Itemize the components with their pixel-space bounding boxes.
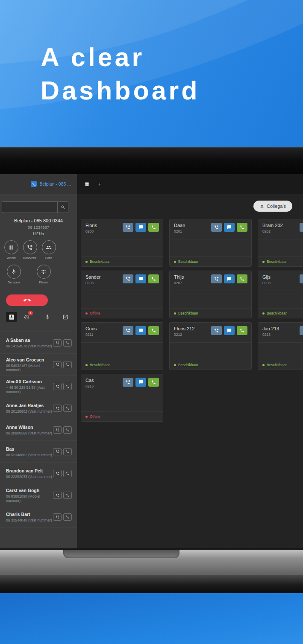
call-button[interactable] xyxy=(148,378,159,387)
contacts-tab[interactable] xyxy=(6,312,17,322)
contact-row[interactable]: Charis Bart 06 33544848 (Vast nummer) xyxy=(0,506,77,528)
plus-icon xyxy=(97,182,102,186)
history-badge: 1 xyxy=(28,311,33,315)
call-contact-button[interactable] xyxy=(63,492,72,499)
colleague-name: Daan xyxy=(174,223,185,228)
colleague-extension: 0207 xyxy=(174,281,184,285)
call-button[interactable] xyxy=(148,326,159,335)
status-row: Beschikbaar xyxy=(170,309,251,318)
contact-name: Charis Bart xyxy=(6,512,52,517)
transfer-button[interactable]: Doorverb. xyxy=(21,240,38,260)
phone-icon xyxy=(66,428,70,432)
chat-button[interactable] xyxy=(135,274,146,283)
contact-row[interactable]: Alco van Groesen 06 54932167 (Mobiel num… xyxy=(0,354,77,376)
contact-actions xyxy=(53,470,72,477)
call-contact-button[interactable] xyxy=(63,339,72,347)
status-row: Beschikbaar xyxy=(170,360,251,370)
chat-button[interactable] xyxy=(135,223,146,232)
call-contact-button[interactable] xyxy=(63,513,72,521)
search-icon xyxy=(61,205,65,210)
pickup-call-button[interactable] xyxy=(211,274,222,283)
chat-button[interactable] xyxy=(224,326,235,335)
pickup-call-button[interactable] xyxy=(211,223,222,232)
contact-row[interactable]: Anne Wilson 06 28908560 (Vast nummer) xyxy=(0,419,77,441)
phone-forward-icon xyxy=(56,450,59,454)
pickup-call-button[interactable] xyxy=(123,274,133,283)
grid-icon xyxy=(85,182,89,186)
call-button[interactable] xyxy=(237,223,247,232)
hold-button[interactable]: Wacht xyxy=(3,240,20,260)
colleague-cards-grid: Floris 0200 xyxy=(81,219,303,422)
pickup-call-button[interactable] xyxy=(300,274,303,283)
conference-button[interactable]: Conf. xyxy=(40,240,57,260)
transfer-call-button[interactable] xyxy=(53,492,62,499)
colleague-card: Floris 0200 xyxy=(81,219,163,267)
add-widget-button[interactable] xyxy=(96,181,103,188)
chat-button[interactable] xyxy=(224,223,235,232)
contact-row[interactable]: Brandon van Pelt 06 22292033 (Vast numme… xyxy=(0,463,77,484)
transfer-call-button[interactable] xyxy=(53,361,62,368)
transfer-call-button[interactable] xyxy=(53,513,62,521)
transfer-call-button[interactable] xyxy=(53,405,62,412)
phone-forward-icon xyxy=(126,277,130,281)
card-actions xyxy=(123,274,159,290)
chat-button[interactable] xyxy=(224,274,235,283)
call-button[interactable] xyxy=(237,326,247,335)
pickup-call-button[interactable] xyxy=(123,326,133,335)
contact-row[interactable]: Carst van Gogh 06 83881090 (Mobiel numme… xyxy=(0,484,77,506)
contact-info: Anne Wilson 06 28908560 (Vast nummer) xyxy=(6,425,52,435)
pickup-call-button[interactable] xyxy=(123,378,133,387)
pickup-call-button[interactable] xyxy=(211,326,222,335)
contact-row[interactable]: Anne-Jan Raatjes 06 20128602 (Vast numme… xyxy=(0,397,77,419)
contact-actions xyxy=(53,339,72,347)
search-button[interactable] xyxy=(57,201,68,213)
contact-name: Alco van Groesen xyxy=(6,357,53,362)
softphone-account-tab[interactable]: Belplan - 085 ... xyxy=(39,181,71,186)
card-body xyxy=(81,394,163,412)
pickup-call-button[interactable] xyxy=(123,223,133,232)
contact-info: Charis Bart 06 33544848 (Vast nummer) xyxy=(6,512,52,522)
phone-icon xyxy=(240,277,244,281)
card-body xyxy=(170,342,251,360)
call-contact-button[interactable] xyxy=(63,361,72,368)
call-contact-button[interactable] xyxy=(63,470,72,477)
chat-button[interactable] xyxy=(135,378,146,387)
pickup-call-button[interactable] xyxy=(300,326,303,335)
dialer-button[interactable]: Kiezer xyxy=(34,265,53,284)
card-body xyxy=(81,239,163,257)
call-contact-button[interactable] xyxy=(63,405,72,412)
open-external-button[interactable] xyxy=(60,312,71,322)
call-contact-button[interactable] xyxy=(63,383,72,390)
search-input[interactable] xyxy=(2,201,57,213)
hangup-button[interactable] xyxy=(6,294,48,306)
call-button[interactable] xyxy=(148,223,159,232)
contact-number: 06 28908560 (Vast nummer) xyxy=(6,431,52,435)
transfer-call-button[interactable] xyxy=(53,383,62,390)
transfer-call-button[interactable] xyxy=(53,426,62,434)
contact-actions xyxy=(53,383,72,390)
contact-row[interactable]: A Saban aa 06 14154578 (Vast nummer) xyxy=(0,332,77,354)
call-contact-button[interactable] xyxy=(63,448,72,455)
transfer-call-button[interactable] xyxy=(53,470,62,477)
colleagues-button[interactable]: Collega's xyxy=(253,201,292,212)
pickup-call-button[interactable] xyxy=(300,223,303,232)
status-dot xyxy=(262,261,265,263)
status-label: Beschikbaar xyxy=(90,259,110,264)
transfer-call-button[interactable] xyxy=(53,339,62,347)
contact-row[interactable]: AlecXX Carlsson + 46 90 228 51 88 (Vast … xyxy=(0,376,77,397)
call-button[interactable] xyxy=(148,274,159,283)
contact-info: Alco van Groesen 06 54932167 (Mobiel num… xyxy=(6,357,53,372)
card-header: Floris 0200 xyxy=(81,219,163,238)
mute-button[interactable]: Dempen xyxy=(4,265,23,284)
call-contact-button[interactable] xyxy=(63,426,72,434)
status-label: Beschikbaar xyxy=(178,259,198,264)
phone-icon xyxy=(240,225,244,230)
history-tab[interactable]: 1 xyxy=(21,312,32,322)
chat-button[interactable] xyxy=(135,326,146,335)
layout-grid-button[interactable] xyxy=(83,181,90,188)
call-button[interactable] xyxy=(237,274,247,283)
voicemail-tab[interactable] xyxy=(42,312,53,322)
contact-row[interactable]: Bas 06 52348802 (Vast nummer) xyxy=(0,441,77,463)
transfer-call-button[interactable] xyxy=(53,448,62,455)
contact-actions xyxy=(53,361,72,368)
